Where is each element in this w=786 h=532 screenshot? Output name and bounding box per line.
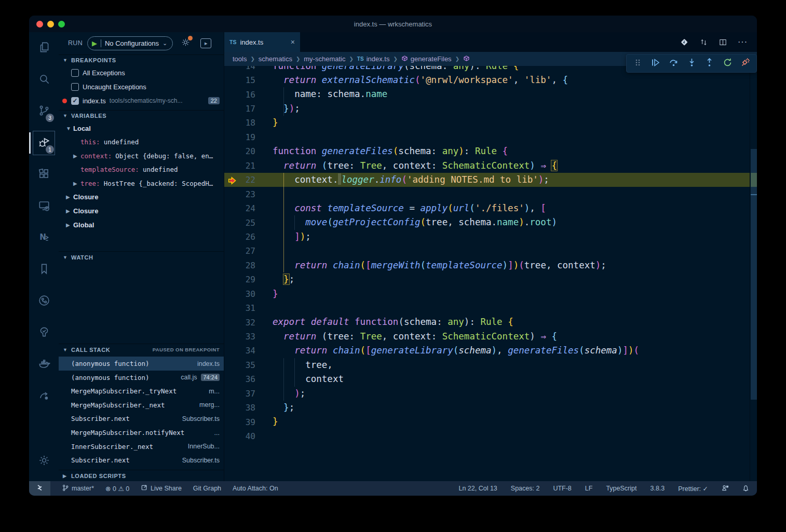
configure-launch-button[interactable]: [181, 37, 191, 49]
activitybar-item-live-share[interactable]: [29, 380, 59, 412]
activitybar-item-docker[interactable]: [29, 349, 59, 380]
synchronize-changes-icon[interactable]: [699, 38, 708, 47]
statusbar-notifications[interactable]: [742, 484, 750, 493]
call-stack-frame[interactable]: (anonymous function)index.ts: [59, 357, 224, 371]
statusbar-git-branch[interactable]: master*: [62, 484, 94, 493]
activitybar-item-run-and-debug[interactable]: 1: [29, 127, 59, 159]
call-stack-frame[interactable]: MergeMapSubscriber._nextmerg...: [59, 398, 224, 412]
disconnect-button[interactable]: [736, 54, 754, 72]
split-editor-icon[interactable]: [719, 38, 727, 47]
statusbar-live-share[interactable]: Live Share: [141, 484, 182, 493]
call-stack-frame[interactable]: InnerSubscriber._nextInnerSub...: [59, 440, 224, 454]
call-stack-frame[interactable]: MergeMapSubscriber.notifyNext...: [59, 426, 224, 440]
breadcrumb-item[interactable]: my-schematic: [304, 55, 345, 63]
breakpoints-section-header[interactable]: ▼ BREAKPOINTS: [59, 54, 224, 66]
debug-console-button[interactable]: ▸: [200, 38, 211, 48]
gutter-line-30[interactable]: 30: [224, 287, 273, 301]
gutter-line-35[interactable]: 35: [224, 358, 273, 372]
close-tab-icon[interactable]: ×: [291, 38, 295, 46]
more-actions-icon[interactable]: ···: [738, 37, 748, 47]
breakpoint-row[interactable]: All Exceptions: [59, 66, 224, 80]
gutter-line-39[interactable]: 39: [224, 415, 273, 429]
activitybar-item-remote-explorer[interactable]: [29, 190, 59, 222]
gutter-line-15[interactable]: 15: [224, 73, 273, 87]
gutter-line-19[interactable]: 19: [224, 130, 273, 144]
gutter-line-20[interactable]: 20: [224, 144, 273, 158]
gutter-line-29[interactable]: 29: [224, 272, 273, 287]
gutter-line-33[interactable]: 33: [224, 330, 273, 344]
step-over-button[interactable]: [665, 54, 683, 72]
gutter-line-23[interactable]: 23: [224, 187, 273, 201]
gutter-line-21[interactable]: 21: [224, 159, 273, 173]
loaded-scripts-section-header[interactable]: ▶ LOADED SCRIPTS: [59, 470, 224, 481]
gutter-line-31[interactable]: 31: [224, 301, 273, 315]
gutter-line-25[interactable]: 25: [224, 215, 273, 229]
debug-toolbar-gripper[interactable]: [629, 54, 647, 72]
variables-scope-row[interactable]: ▶Closure: [59, 204, 224, 218]
variable-row[interactable]: this:undefined: [59, 135, 224, 149]
activitybar-item-source-control[interactable]: 3: [29, 96, 59, 127]
activitybar-item-nx-console[interactable]: N: [29, 222, 59, 254]
breadcrumb-item[interactable]: schematics: [259, 55, 292, 63]
call-stack-frame[interactable]: Subscriber.nextSubscriber.ts: [59, 412, 224, 426]
statusbar-cursor-position[interactable]: Ln 22, Col 13: [458, 485, 497, 492]
gutter-line-28[interactable]: 28: [224, 258, 273, 272]
statusbar-encoding[interactable]: UTF-8: [553, 485, 571, 492]
variables-scope-row[interactable]: ▶Closure: [59, 190, 224, 204]
activitybar-item-bookmarks[interactable]: [29, 254, 59, 285]
statusbar-remote-indicator[interactable]: [29, 481, 50, 496]
gutter-line-17[interactable]: 17: [224, 102, 273, 116]
gutter-line-34[interactable]: 34: [224, 344, 273, 358]
variable-row[interactable]: ▶context:Object {debug: false, en…: [59, 149, 224, 163]
gutter-line-32[interactable]: 32: [224, 315, 273, 329]
gutter-line-27[interactable]: 27: [224, 244, 273, 258]
start-debug-icon[interactable]: ▶: [92, 40, 97, 47]
gutter-line-38[interactable]: 38: [224, 401, 273, 415]
editor-scrollbar[interactable]: [750, 66, 757, 481]
breadcrumb-item[interactable]: [463, 55, 472, 63]
breakpoint-checkbox[interactable]: ✓: [71, 97, 79, 105]
breakpoint-checkbox[interactable]: [71, 83, 79, 91]
activitybar-item-search[interactable]: [29, 64, 59, 96]
tab-index-ts[interactable]: TS index.ts ×: [224, 32, 300, 52]
code-area[interactable]: 14function generateLibrary(schema: any):…: [224, 66, 757, 481]
variables-section-header[interactable]: ▼ VARIABLES: [59, 110, 224, 121]
debug-configuration-dropdown[interactable]: ▶ No Configurations ⌄: [87, 36, 173, 50]
continue-button[interactable]: [647, 54, 665, 72]
gutter-line-24[interactable]: 24: [224, 201, 273, 215]
breakpoint-row[interactable]: ✓index.tstools/schematics/my-sch...22: [59, 94, 224, 108]
scrollbar-thumb[interactable]: [751, 149, 757, 400]
activitybar-item-testing[interactable]: [29, 317, 59, 349]
variables-scope-row[interactable]: ▼Local: [59, 121, 224, 135]
statusbar-indentation[interactable]: Spaces: 2: [511, 485, 540, 492]
open-changes-icon[interactable]: [680, 38, 689, 47]
variables-scope-row[interactable]: ▶Global: [59, 218, 224, 232]
gutter-line-14[interactable]: 14: [224, 66, 273, 73]
variable-row[interactable]: templateSource:undefined: [59, 162, 224, 176]
activitybar-item-explorer[interactable]: [29, 32, 59, 64]
step-into-button[interactable]: [683, 54, 701, 72]
breakpoint-checkbox[interactable]: [71, 69, 79, 77]
gutter-line-36[interactable]: 36: [224, 372, 273, 386]
breakpoint-row[interactable]: Uncaught Exceptions: [59, 80, 224, 94]
breadcrumb-item[interactable]: tools: [233, 55, 247, 63]
activitybar-item-extensions[interactable]: [29, 159, 59, 190]
variable-row[interactable]: ▶tree:HostTree {_backend: ScopedH…: [59, 176, 224, 190]
gutter-line-16[interactable]: 16: [224, 87, 273, 101]
activitybar-item-git-history[interactable]: [29, 285, 59, 317]
call-stack-frame[interactable]: Subscriber.nextSubscriber.ts: [59, 453, 224, 467]
activitybar-item-manage[interactable]: [29, 445, 59, 477]
statusbar-git-graph[interactable]: Git Graph: [193, 485, 221, 492]
step-out-button[interactable]: [700, 54, 719, 72]
statusbar-problems[interactable]: ⊗ 0 ⚠ 0: [105, 485, 129, 493]
call-stack-frame[interactable]: (anonymous function)call.js74:24: [59, 371, 224, 385]
statusbar-prettier[interactable]: Prettier: ✓: [678, 485, 708, 493]
gutter-line-26[interactable]: 26: [224, 230, 273, 244]
breadcrumb-item[interactable]: TSindex.ts: [357, 55, 390, 63]
statusbar-feedback[interactable]: [722, 484, 729, 493]
breadcrumb-item[interactable]: generateFiles: [401, 55, 452, 63]
statusbar-eol[interactable]: LF: [585, 485, 593, 492]
call-stack-section-header[interactable]: ▼ CALL STACK PAUSED ON BREAKPOINT: [59, 344, 224, 355]
gutter-line-22[interactable]: 22: [224, 173, 273, 187]
call-stack-frame[interactable]: MergeMapSubscriber._tryNextm...: [59, 384, 224, 398]
